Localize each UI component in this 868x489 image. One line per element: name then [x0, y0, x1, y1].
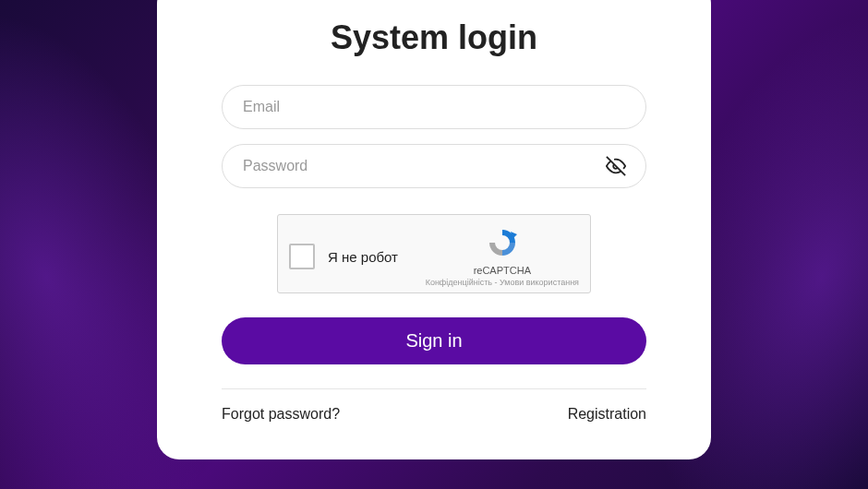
login-card: System login Я не робот reCAPTCHA [157, 0, 711, 459]
recaptcha-checkbox[interactable] [289, 244, 315, 269]
forgot-password-link[interactable]: Forgot password? [222, 406, 340, 423]
recaptcha-branding: reCAPTCHA Конфіденційність - Умови викор… [426, 226, 579, 287]
password-field-wrap [222, 144, 646, 188]
registration-link[interactable]: Registration [568, 406, 646, 423]
page-title: System login [222, 18, 646, 57]
divider [222, 388, 646, 389]
signin-button[interactable]: Sign in [222, 317, 646, 364]
eye-off-icon[interactable] [606, 156, 626, 176]
password-field[interactable] [222, 144, 646, 188]
links-row: Forgot password? Registration [222, 406, 646, 423]
recaptcha-terms-text[interactable]: Конфіденційність - Умови використання [426, 278, 579, 287]
recaptcha-logo-icon [486, 226, 519, 263]
recaptcha-label: Я не робот [328, 249, 426, 265]
recaptcha-widget: Я не робот reCAPTCHA Конфіденційність - … [277, 214, 591, 293]
recaptcha-brand-text: reCAPTCHA [474, 265, 531, 276]
email-field[interactable] [222, 85, 646, 129]
email-field-wrap [222, 85, 646, 129]
